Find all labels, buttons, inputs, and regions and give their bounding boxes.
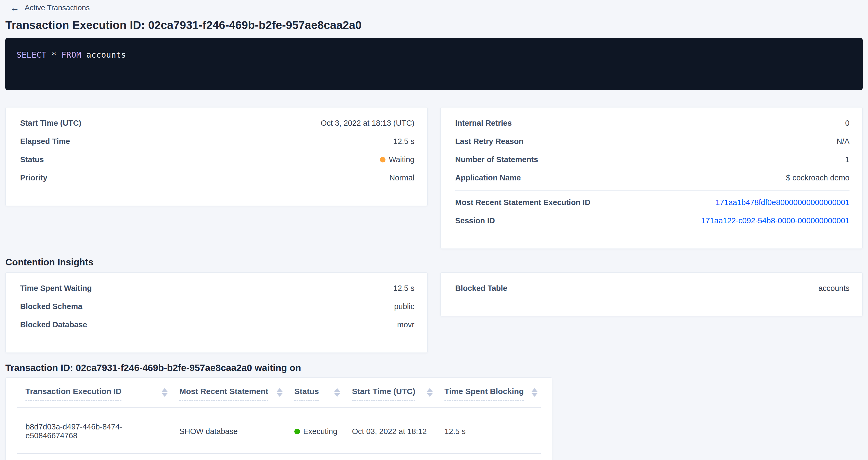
details-row-statement-execution-id: Most Recent Statement Execution ID 171aa… (455, 193, 849, 212)
row-label: Priority (20, 174, 48, 182)
sql-star: * (52, 50, 57, 60)
row-value: accounts (818, 284, 849, 293)
column-header-status[interactable]: Status (286, 387, 343, 400)
row-label: Last Retry Reason (455, 137, 524, 146)
waiting-transactions-table: Transaction Execution ID Most Recent Sta… (5, 377, 552, 460)
sort-icon[interactable] (427, 388, 433, 397)
column-header-start-time[interactable]: Start Time (UTC) (343, 387, 436, 400)
row-value: Normal (390, 174, 414, 182)
column-label: Status (294, 387, 319, 400)
summary-cards-row: Start Time (UTC) Oct 3, 2022 at 18:13 (U… (5, 107, 863, 249)
row-value: movr (397, 320, 414, 329)
waiting-status-dot-icon (380, 157, 385, 162)
sort-icon[interactable] (334, 388, 340, 397)
contention-row-blocked-schema: Blocked Schema public (20, 297, 414, 315)
breadcrumb-label: Active Transactions (25, 3, 90, 12)
row-value: public (394, 302, 414, 311)
details-row-number-of-statements: Number of Statements 1 (455, 150, 849, 168)
contention-cards-row: Time Spent Waiting 12.5 s Blocked Schema… (5, 272, 863, 353)
overview-row-elapsed-time: Elapsed Time 12.5 s (20, 132, 414, 150)
contention-row-blocked-database: Blocked Database movr (20, 315, 414, 334)
table-row: b8d7d03a-d497-446b-8474-e50846674768 SHO… (17, 408, 541, 454)
details-row-last-retry-reason: Last Retry Reason N/A (455, 132, 849, 150)
row-value: 12.5 s (393, 137, 414, 146)
cell-start-time: Oct 03, 2022 at 18:12 (343, 427, 436, 436)
row-label: Time Spent Waiting (20, 284, 92, 293)
overview-card: Start Time (UTC) Oct 3, 2022 at 18:13 (U… (5, 107, 428, 206)
column-header-transaction-execution-id[interactable]: Transaction Execution ID (17, 387, 171, 400)
status-text: Waiting (389, 155, 414, 164)
row-label: Blocked Database (20, 320, 87, 329)
column-label: Transaction Execution ID (26, 387, 121, 400)
sql-statement-box: SELECT * FROM accounts (5, 38, 863, 90)
overview-row-priority: Priority Normal (20, 168, 414, 187)
card-divider (455, 190, 849, 191)
cell-transaction-execution-id: b8d7d03a-d497-446b-8474-e50846674768 (17, 423, 171, 440)
column-header-most-recent-statement[interactable]: Most Recent Statement (171, 387, 286, 400)
cell-status: Executing (286, 427, 343, 436)
session-id-link[interactable]: 171aa122-c092-54b8-0000-000000000001 (701, 216, 849, 225)
breadcrumb-active-transactions[interactable]: ← Active Transactions (0, 0, 90, 12)
contention-row-time-spent-waiting: Time Spent Waiting 12.5 s (20, 279, 414, 297)
waiting-on-heading: Transaction ID: 02ca7931-f246-469b-b2fe-… (5, 362, 868, 373)
statement-execution-id-link[interactable]: 171aa1b478fdf0e80000000000000001 (715, 198, 849, 207)
sql-table-name: accounts (86, 50, 126, 60)
cell-time-spent-blocking: 12.5 s (436, 427, 541, 436)
sort-icon[interactable] (532, 388, 537, 397)
row-label: Start Time (UTC) (20, 119, 81, 128)
row-value: N/A (837, 137, 849, 146)
contention-insights-heading: Contention Insights (5, 257, 868, 268)
status-text: Executing (303, 427, 337, 436)
details-row-internal-retries: Internal Retries 0 (455, 114, 849, 132)
sql-statement: SELECT * FROM accounts (17, 50, 851, 60)
row-label: Internal Retries (455, 119, 512, 128)
overview-row-start-time: Start Time (UTC) Oct 3, 2022 at 18:13 (U… (20, 114, 414, 132)
transaction-details-page: ← Active Transactions Transaction Execut… (0, 0, 868, 460)
column-label: Most Recent Statement (179, 387, 268, 400)
sql-keyword-select: SELECT (17, 50, 46, 60)
row-label: Most Recent Statement Execution ID (455, 198, 590, 207)
row-value: 12.5 s (393, 284, 414, 293)
column-label: Start Time (UTC) (352, 387, 415, 400)
status-badge: Waiting (380, 155, 414, 164)
row-label: Application Name (455, 174, 521, 182)
contention-row-blocked-table: Blocked Table accounts (455, 279, 849, 297)
row-label: Session ID (455, 216, 495, 225)
row-value: 0 (845, 119, 849, 128)
details-row-application-name: Application Name $ cockroach demo (455, 168, 849, 187)
row-label: Status (20, 155, 44, 164)
column-label: Time Spent Blocking (444, 387, 524, 400)
row-value: 1 (845, 155, 849, 164)
row-label: Elapsed Time (20, 137, 70, 146)
executing-status-dot-icon (294, 429, 300, 434)
sort-icon[interactable] (162, 388, 167, 397)
row-value: $ cockroach demo (786, 174, 849, 182)
row-label: Number of Statements (455, 155, 538, 164)
row-value: Oct 3, 2022 at 18:13 (UTC) (320, 119, 414, 128)
contention-left-card: Time Spent Waiting 12.5 s Blocked Schema… (5, 272, 428, 353)
table-header-row: Transaction Execution ID Most Recent Sta… (17, 387, 541, 408)
details-row-session-id: Session ID 171aa122-c092-54b8-0000-00000… (455, 212, 849, 230)
cell-most-recent-statement: SHOW database (171, 427, 286, 436)
row-label: Blocked Table (455, 284, 507, 293)
column-header-time-spent-blocking[interactable]: Time Spent Blocking (436, 387, 541, 400)
arrow-left-icon: ← (10, 3, 19, 12)
page-title: Transaction Execution ID: 02ca7931-f246-… (5, 19, 868, 32)
sort-icon[interactable] (277, 388, 283, 397)
details-card: Internal Retries 0 Last Retry Reason N/A… (440, 107, 863, 249)
sql-keyword-from: FROM (61, 50, 81, 60)
contention-right-card: Blocked Table accounts (440, 272, 863, 316)
row-label: Blocked Schema (20, 302, 82, 311)
overview-row-status: Status Waiting (20, 150, 414, 168)
